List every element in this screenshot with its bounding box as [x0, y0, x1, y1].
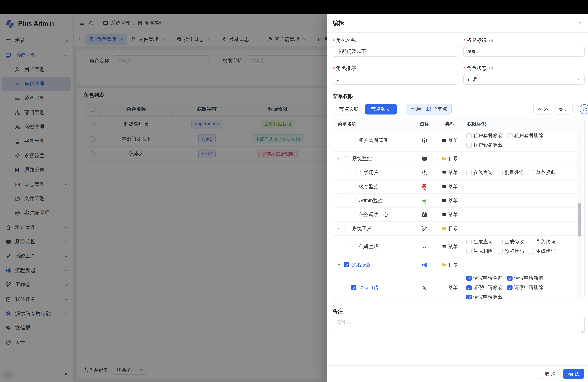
perm-checkbox[interactable] — [466, 285, 472, 290]
tree-checkbox[interactable] — [351, 138, 356, 143]
perm-option[interactable]: 批量强退 — [498, 170, 524, 176]
tree-checkbox[interactable] — [351, 198, 356, 203]
tree-checkbox[interactable] — [344, 156, 349, 161]
tree-node-label[interactable]: Admin监控 — [359, 197, 383, 204]
remark-textarea[interactable] — [333, 316, 585, 334]
perm-label: 生成查询 — [473, 239, 493, 245]
tree-row-8: 流程发起目录 — [333, 258, 584, 272]
perm-checkbox[interactable] — [529, 170, 534, 175]
expander-icon[interactable] — [337, 263, 340, 267]
perm-checkbox[interactable] — [529, 249, 534, 254]
tree-row-4: Admin监控spring菜单 — [333, 194, 584, 208]
perm-option[interactable]: 租户套餐删除 — [507, 133, 543, 139]
tree-checkbox[interactable] — [344, 262, 349, 267]
resize-grip-icon[interactable] — [580, 329, 583, 333]
drawer-header: 编辑 — [327, 14, 588, 33]
tree-checkbox[interactable] — [351, 285, 356, 290]
perm-option[interactable]: 生成删除 — [466, 248, 493, 255]
perm-checkbox[interactable] — [466, 295, 472, 299]
perm-option[interactable]: 请假申请删除 — [507, 284, 543, 291]
tree-checkbox[interactable] — [351, 184, 356, 189]
perm-option[interactable]: 在线查询 — [466, 170, 493, 176]
perm-checkbox[interactable] — [507, 276, 512, 281]
tree-row-3: 缓存监控redis菜单 — [333, 180, 584, 194]
perm-option[interactable]: 请假申请修改 — [466, 284, 503, 291]
node-independent-button[interactable]: 节点独立 — [365, 104, 397, 115]
perm-checkbox[interactable] — [466, 170, 472, 175]
node-mode-segmented: 节点关联 节点独立 — [333, 104, 397, 115]
expander-icon[interactable] — [337, 157, 340, 161]
perm-option[interactable]: 请假申请查询 — [466, 275, 503, 281]
role-sort-input[interactable] — [333, 74, 459, 85]
tree-node-label[interactable]: 缓存监控 — [359, 183, 378, 190]
role-name-label: 角色名称 — [336, 37, 356, 44]
fullscreen-button[interactable] — [580, 104, 588, 114]
perm-option[interactable]: 租户套餐导出 — [466, 142, 503, 148]
task-schedule-icon — [421, 212, 427, 218]
tree-node-type: 菜单 — [448, 284, 458, 291]
node-linked-button[interactable]: 节点关联 — [333, 104, 365, 115]
tree-checkbox[interactable] — [351, 244, 356, 249]
tree-checkbox[interactable] — [344, 226, 349, 231]
perm-option[interactable]: 请假申请导出 — [466, 294, 503, 299]
perm-checkbox[interactable] — [498, 239, 503, 244]
tree-node-label[interactable]: 租户套餐管理 — [359, 137, 388, 144]
tree-checkbox[interactable] — [351, 170, 356, 175]
field-role-status: *角色状态 正常 — [463, 66, 585, 85]
svg-text:redis: redis — [423, 189, 426, 190]
screen: Plus Admin 概览系统管理用户管理角色管理菜单管理部门管理岗位管理字典管… — [0, 0, 588, 382]
code-gen-icon — [421, 244, 427, 250]
help-icon[interactable] — [489, 66, 493, 71]
perm-key-input[interactable] — [463, 46, 585, 57]
perm-checkbox[interactable] — [466, 133, 472, 138]
perm-checkbox[interactable] — [498, 249, 503, 254]
collapse-all-button[interactable]: 收 起 — [533, 104, 552, 115]
tree-scrollbar-thumb[interactable] — [578, 203, 581, 237]
tree-header: 菜单名称 图标 类型 权限标识 — [333, 118, 584, 130]
perm-checkbox[interactable] — [466, 276, 472, 281]
tree-checkbox[interactable] — [351, 212, 356, 217]
svg-text:spring: spring — [422, 203, 426, 204]
role-status-label: 角色状态 — [467, 65, 486, 72]
perm-checkbox[interactable] — [507, 285, 512, 290]
perm-checkbox[interactable] — [498, 170, 503, 175]
tree-node-label[interactable]: 流程发起 — [352, 261, 372, 268]
close-icon[interactable] — [577, 21, 582, 25]
perm-option[interactable]: 单条强退 — [529, 170, 555, 176]
perm-label: 请假申请新增 — [514, 275, 544, 281]
perm-option[interactable]: 请假申请新增 — [507, 275, 543, 281]
perm-checkbox[interactable] — [466, 143, 472, 148]
expand-all-button[interactable]: 展 开 — [554, 104, 573, 115]
help-icon[interactable] — [489, 38, 493, 43]
tree-node-label[interactable]: 在线用户 — [359, 169, 378, 176]
cancel-button[interactable]: 取 消 — [540, 369, 560, 379]
perm-checkbox[interactable] — [466, 249, 472, 254]
required-mark: * — [333, 38, 335, 43]
tree-row-0: 租户套餐管理菜单租户套餐修改租户套餐删除租户套餐导出 — [333, 129, 584, 152]
perm-option[interactable]: 预览代码 — [498, 248, 524, 255]
perm-option[interactable]: 生成代码 — [529, 248, 555, 255]
tree-controls: 节点关联 节点独立 已选中 13 个节点 收 起 展 开 — [333, 104, 585, 115]
perm-checkbox[interactable] — [466, 239, 472, 244]
menu-type-icon — [442, 212, 446, 217]
perm-option[interactable]: 生成查询 — [466, 239, 493, 245]
tree-node-label[interactable]: 任务调度中心 — [359, 211, 388, 218]
role-name-input[interactable] — [333, 46, 459, 57]
perm-label: 生成代码 — [536, 248, 555, 255]
tree-node-label[interactable]: 系统工具 — [352, 225, 372, 232]
perm-checkbox[interactable] — [529, 239, 534, 244]
expander-icon[interactable] — [337, 227, 340, 230]
perm-option[interactable]: 导入代码 — [529, 239, 555, 245]
perm-label: 租户套餐删除 — [514, 133, 544, 139]
tree-node-label[interactable]: 请假申请 — [359, 284, 378, 291]
tree-column-type: 类型 — [437, 121, 462, 127]
selected-count-pill[interactable]: 已选中 13 个节点 — [406, 104, 452, 115]
confirm-button[interactable]: 确 认 — [563, 369, 584, 379]
tree-node-label[interactable]: 系统监控 — [352, 155, 372, 162]
role-status-select[interactable]: 正常 — [463, 74, 585, 85]
role-sort-label: 角色排序 — [336, 65, 356, 72]
tree-node-label[interactable]: 代码生成 — [359, 243, 378, 250]
perm-checkbox[interactable] — [507, 133, 512, 138]
perm-option[interactable]: 租户套餐修改 — [466, 133, 503, 139]
perm-option[interactable]: 生成修改 — [498, 239, 524, 245]
